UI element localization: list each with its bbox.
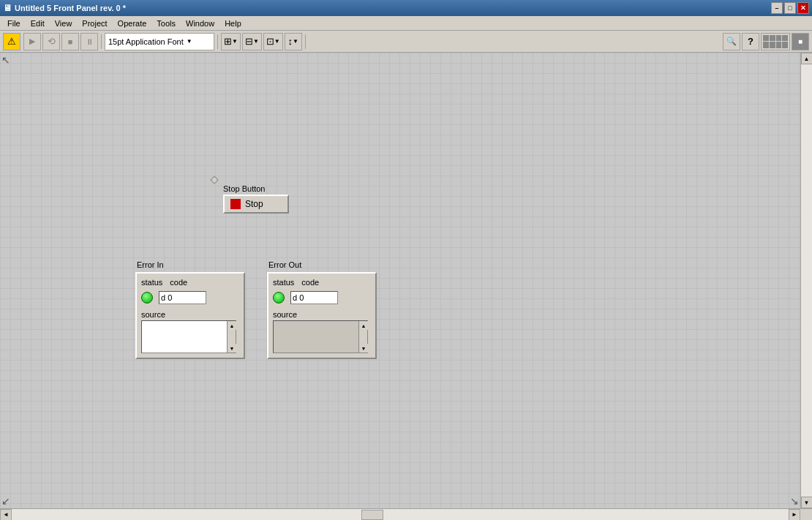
error-in-label: Error In <box>137 260 164 269</box>
error-out-header-row: status code <box>273 278 371 287</box>
reorder-button[interactable]: ↕ ▼ <box>285 33 302 50</box>
error-in-status-header: status <box>141 278 162 287</box>
error-out-scroll-up[interactable]: ▲ <box>359 321 368 330</box>
resize-icon: ⊡ <box>266 36 274 47</box>
error-out-scroll-down[interactable]: ▼ <box>359 344 368 353</box>
scroll-track-right[interactable] <box>801 64 813 497</box>
error-out-label: Error Out <box>268 260 301 269</box>
error-out-code-header: code <box>301 278 319 287</box>
error-in-status-led <box>141 292 153 304</box>
error-out-source-scrollbar[interactable]: ▲ ▼ <box>358 321 367 353</box>
bottom-scrollbar-bar: ◄ ► <box>0 508 812 520</box>
grid-cell-3 <box>776 35 782 42</box>
search-icon: 🔍 <box>726 37 737 46</box>
toolbar: ⚠ ▶ ⟲ ■ ⏸ 15pt Application Font ▼ ⊞ ▼ ⊟ … <box>0 31 812 53</box>
scroll-up-button[interactable]: ▲ <box>801 53 813 64</box>
pause-icon: ⏸ <box>86 37 94 46</box>
corner-arrow-bl: ↙ <box>1 495 10 507</box>
titlebar-buttons: – □ ✕ <box>771 2 809 14</box>
abort-icon: ■ <box>68 37 73 46</box>
error-out-status-led <box>273 292 285 304</box>
main-area: ↖ ↘ ↙ Stop Button Stop Error In status c… <box>0 53 812 508</box>
error-in-scroll-track <box>228 330 236 344</box>
menu-view[interactable]: View <box>50 17 77 30</box>
search-button[interactable]: 🔍 <box>723 33 740 50</box>
close-button[interactable]: ✕ <box>797 2 809 14</box>
error-out-source-field[interactable]: ▲ ▼ <box>273 320 368 353</box>
error-in-code-header: code <box>170 278 187 287</box>
error-in-panel: Error In status code d 0 source ▲ ▼ <box>135 272 245 359</box>
panel-grid-button[interactable] <box>761 33 790 50</box>
resize-dropdown-arrow: ▼ <box>274 38 280 45</box>
stop-button-text: Stop <box>245 199 263 209</box>
panel-img: ■ <box>798 37 802 45</box>
menu-bar: File Edit View Project Operate Tools Win… <box>0 16 812 31</box>
toolbar-right: 🔍 ? ■ <box>723 33 809 50</box>
reorder-dropdown-arrow: ▼ <box>293 38 298 45</box>
error-in-header-row: status code <box>141 278 239 287</box>
stop-red-indicator <box>230 199 241 209</box>
corner-arrow-br: ↘ <box>790 495 799 507</box>
align-button[interactable]: ⊞ ▼ <box>221 33 241 50</box>
menu-edit[interactable]: Edit <box>26 17 49 30</box>
error-in-code-field[interactable]: d 0 <box>159 291 206 304</box>
distribute-button[interactable]: ⊟ ▼ <box>242 33 262 50</box>
scroll-corner <box>800 509 812 521</box>
font-dropdown[interactable]: 15pt Application Font ▼ <box>105 33 214 50</box>
error-in-scroll-up[interactable]: ▲ <box>228 321 236 330</box>
menu-file[interactable]: File <box>3 17 25 30</box>
toolbar-separator-3 <box>305 34 306 49</box>
corner-arrow-tl: ↖ <box>1 54 10 66</box>
distribute-icon: ⊟ <box>245 36 253 47</box>
warning-button[interactable]: ⚠ <box>3 33 20 50</box>
grid-cell-8 <box>782 42 788 48</box>
window-title: Untitled 5 Front Panel rev. 0 * <box>15 4 126 12</box>
canvas[interactable]: ↖ ↘ ↙ Stop Button Stop Error In status c… <box>0 53 800 508</box>
minimize-button[interactable]: – <box>771 2 783 14</box>
error-in-scroll-down[interactable]: ▼ <box>228 344 236 353</box>
scroll-right-button[interactable]: ► <box>789 509 800 521</box>
error-out-panel: Error Out status code d 0 source ▲ ▼ <box>267 272 377 359</box>
error-in-source-scrollbar[interactable]: ▲ ▼ <box>227 321 236 353</box>
run-button[interactable]: ▶ <box>23 33 41 50</box>
run-icon: ▶ <box>29 37 35 46</box>
toolbar-separator-2 <box>217 34 218 49</box>
distribute-dropdown-arrow: ▼ <box>253 38 259 45</box>
run-cont-icon: ⟲ <box>48 36 56 47</box>
error-out-source-label: source <box>273 310 371 319</box>
error-in-source-section: source ▲ ▼ <box>141 310 239 353</box>
grid-cell-7 <box>776 42 782 48</box>
toolbar-separator-1 <box>101 34 102 49</box>
maximize-button[interactable]: □ <box>784 2 796 14</box>
error-in-source-field[interactable]: ▲ ▼ <box>141 320 236 353</box>
pause-button[interactable]: ⏸ <box>80 33 98 50</box>
grid-cell-2 <box>770 35 775 42</box>
scroll-left-button[interactable]: ◄ <box>0 509 12 521</box>
error-in-indicators: d 0 <box>141 291 239 304</box>
run-continuously-button[interactable]: ⟲ <box>42 33 60 50</box>
abort-button[interactable]: ■ <box>61 33 79 50</box>
stop-button[interactable]: Stop <box>223 195 289 214</box>
menu-project[interactable]: Project <box>78 17 111 30</box>
menu-window[interactable]: Window <box>181 17 219 30</box>
help-button[interactable]: ? <box>742 33 759 50</box>
grid-cell-6 <box>770 42 775 48</box>
resize-button[interactable]: ⊡ ▼ <box>263 33 283 50</box>
right-scrollbar: ▲ ▼ <box>800 53 812 508</box>
menu-help[interactable]: Help <box>220 17 246 30</box>
stop-button-label: Stop Button <box>223 184 289 193</box>
font-label: 15pt Application Font <box>108 37 184 46</box>
menu-operate[interactable]: Operate <box>113 17 151 30</box>
scroll-down-button[interactable]: ▼ <box>801 497 813 508</box>
error-out-code-field[interactable]: d 0 <box>290 291 338 304</box>
grid-cell-1 <box>763 35 769 42</box>
align-icon: ⊞ <box>224 36 232 47</box>
scroll-thumb-horizontal[interactable] <box>361 510 383 520</box>
title-bar: 🖥 Untitled 5 Front Panel rev. 0 * – □ ✕ <box>0 0 812 16</box>
scroll-track-bottom[interactable] <box>12 509 789 521</box>
error-out-scroll-track <box>359 330 367 344</box>
selection-handle <box>210 176 218 184</box>
menu-tools[interactable]: Tools <box>152 17 180 30</box>
grid-cell-4 <box>782 35 788 42</box>
panel-selector-button[interactable]: ■ <box>792 33 809 50</box>
